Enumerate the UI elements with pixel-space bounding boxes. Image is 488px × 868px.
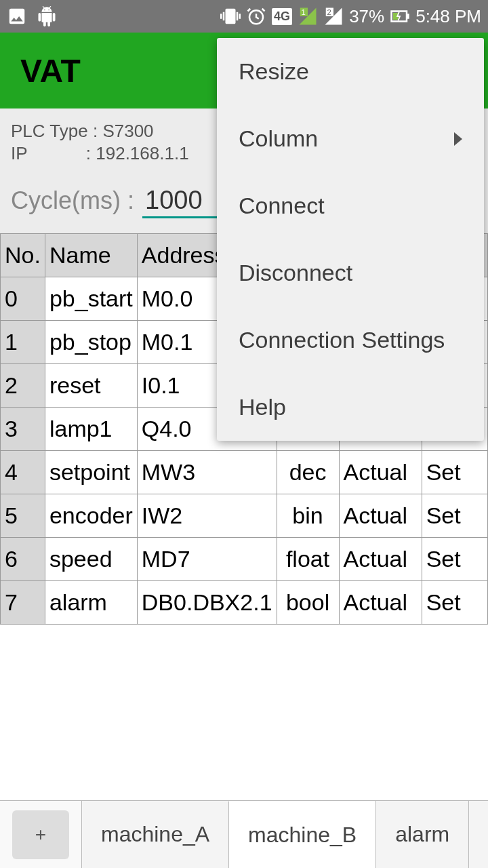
cell-no[interactable]: 6: [1, 538, 45, 581]
cell-address[interactable]: DB0.DBX2.1: [137, 581, 277, 625]
menu-item-disconnect[interactable]: Disconnect: [217, 239, 484, 307]
cell-format[interactable]: bool: [277, 581, 339, 625]
cell-set[interactable]: Set: [422, 538, 487, 581]
menu-item-resize[interactable]: Resize: [217, 38, 484, 105]
network-4g-icon: 4G: [272, 8, 292, 25]
menu-item-column[interactable]: Column: [217, 105, 484, 172]
signal-sim1-icon: 1: [298, 6, 318, 26]
cell-set[interactable]: Set: [422, 581, 487, 625]
alarm-icon: [246, 6, 266, 26]
cell-address[interactable]: IW2: [137, 494, 277, 538]
cell-name[interactable]: reset: [45, 364, 137, 408]
menu-item-help[interactable]: Help: [217, 374, 484, 441]
menu-item-label: Resize: [239, 58, 309, 85]
add-tab-button[interactable]: +: [12, 810, 69, 859]
cell-actual[interactable]: Actual: [339, 451, 422, 494]
cell-actual[interactable]: Actual: [339, 581, 422, 625]
cell-no[interactable]: 7: [1, 581, 45, 625]
header-name[interactable]: Name: [45, 234, 137, 277]
cell-no[interactable]: 5: [1, 494, 45, 538]
cell-set[interactable]: Set: [422, 451, 487, 494]
table-row[interactable]: 7alarmDB0.DBX2.1boolActualSet: [1, 581, 488, 625]
cell-name[interactable]: pb_stop: [45, 321, 137, 364]
android-status-bar: 4G 1 2 37% 5:48 PM: [0, 0, 488, 33]
cell-name[interactable]: lamp1: [45, 408, 137, 451]
cell-no[interactable]: 4: [1, 451, 45, 494]
cell-set[interactable]: Set: [422, 494, 487, 538]
menu-item-label: Help: [239, 394, 286, 420]
cell-format[interactable]: float: [277, 538, 339, 581]
menu-item-label: Connect: [239, 193, 325, 219]
menu-item-label: Disconnect: [239, 260, 352, 286]
tab-alarm[interactable]: alarm: [375, 801, 468, 868]
add-tab-area: +: [0, 801, 81, 868]
tab-machine_A[interactable]: machine_A: [81, 801, 228, 868]
table-row[interactable]: 5encoderIW2binActualSet: [1, 494, 488, 538]
vibrate-icon: [220, 6, 241, 26]
signal-sim2-icon: 2: [323, 6, 344, 26]
tab-fee[interactable]: fee: [468, 801, 488, 868]
cell-name[interactable]: speed: [45, 538, 137, 581]
ip-label: IP: [11, 143, 27, 163]
svg-text:1: 1: [302, 8, 306, 16]
cell-address[interactable]: MW3: [137, 451, 277, 494]
menu-item-connect[interactable]: Connect: [217, 172, 484, 239]
table-row[interactable]: 6speedMD7floatActualSet: [1, 538, 488, 581]
picture-icon: [7, 6, 27, 26]
table-row[interactable]: 4setpointMW3decActualSet: [1, 451, 488, 494]
plc-type-value: S7300: [102, 121, 153, 141]
cell-no[interactable]: 3: [1, 408, 45, 451]
ip-value: 192.168.1.1: [96, 143, 188, 163]
tab-machine_B[interactable]: machine_B: [228, 801, 375, 868]
cell-no[interactable]: 1: [1, 321, 45, 364]
header-no[interactable]: No.: [1, 234, 45, 277]
clock: 5:48 PM: [415, 6, 481, 27]
cycle-label: Cycle(ms) :: [11, 186, 134, 215]
menu-item-label: Column: [239, 125, 318, 152]
battery-percent: 37%: [349, 6, 384, 27]
cell-actual[interactable]: Actual: [339, 494, 422, 538]
cell-name[interactable]: alarm: [45, 581, 137, 625]
cell-address[interactable]: MD7: [137, 538, 277, 581]
app-title: VAT: [20, 52, 81, 90]
plc-type-label: PLC Type: [11, 121, 88, 141]
cell-name[interactable]: pb_start: [45, 277, 137, 321]
android-icon: [37, 6, 57, 26]
menu-item-label: Connection Settings: [239, 327, 445, 353]
svg-rect-6: [407, 14, 409, 19]
cell-name[interactable]: encoder: [45, 494, 137, 538]
cell-name[interactable]: setpoint: [45, 451, 137, 494]
cell-no[interactable]: 0: [1, 277, 45, 321]
svg-text:2: 2: [327, 8, 331, 16]
battery-charging-icon: [390, 6, 410, 26]
bottom-tab-bar: + machine_Amachine_Balarmfee: [0, 800, 488, 868]
menu-item-connection-settings[interactable]: Connection Settings: [217, 307, 484, 374]
overflow-menu: ResizeColumnConnectDisconnectConnection …: [217, 38, 484, 441]
cell-format[interactable]: bin: [277, 494, 339, 538]
cell-no[interactable]: 2: [1, 364, 45, 408]
cell-format[interactable]: dec: [277, 451, 339, 494]
chevron-right-icon: [454, 132, 462, 146]
cell-actual[interactable]: Actual: [339, 538, 422, 581]
